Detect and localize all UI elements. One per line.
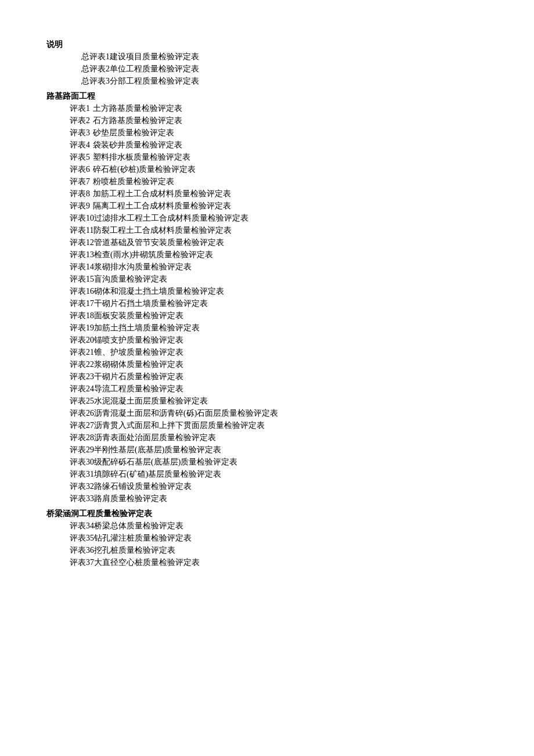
toc-label: 评表15 <box>46 274 94 285</box>
toc-item: 评表27沥青贯入式面层和上拌下贯面层质量检验评定表 <box>46 420 488 431</box>
toc-label: 评表18 <box>46 311 94 321</box>
toc-title: 砂垫层质量检验评定表 <box>93 128 488 138</box>
toc-label: 评表14 <box>46 262 94 272</box>
toc-item: 评表3砂垫层质量检验评定表 <box>46 128 488 138</box>
toc-title: 沥青表面处治面层质量检验评定表 <box>94 433 488 443</box>
toc-item: 评表29半刚性基层(底基层)质量检验评定表 <box>46 445 488 455</box>
toc-title: 导流工程质量检验评定表 <box>94 384 488 394</box>
toc-item: 评表32路缘石铺设质量检验评定表 <box>46 481 488 492</box>
toc-item: 评表31填隙碎石(矿碴)基层质量检验评定表 <box>46 469 488 480</box>
toc-item: 评表36挖孔桩质量检验评定表 <box>46 545 488 556</box>
toc-title: 管道基础及管节安装质量检验评定表 <box>94 237 488 248</box>
toc-title: 挖孔桩质量检验评定表 <box>94 545 488 556</box>
toc-title: 半刚性基层(底基层)质量检验评定表 <box>94 445 488 455</box>
toc-title: 级配碎砾石基层(底基层)质量检验评定表 <box>94 457 488 467</box>
toc-item: 评表11防裂工程土工合成材料质量检验评定表 <box>46 225 488 236</box>
toc-item: 评表23干砌片石质量检验评定表 <box>46 372 488 382</box>
toc-label: 评表27 <box>46 420 94 431</box>
toc-title: 路缘石铺设质量检验评定表 <box>94 481 488 492</box>
toc-item: 评表28沥青表面处治面层质量检验评定表 <box>46 433 488 443</box>
toc-label: 评表30 <box>46 457 94 467</box>
toc-item: 评表24导流工程质量检验评定表 <box>46 384 488 394</box>
toc-title: 面板安装质量检验评定表 <box>94 311 488 321</box>
toc-title: 干砌片石质量检验评定表 <box>94 372 488 382</box>
toc-title: 钻孔灌注桩质量检验评定表 <box>94 533 488 543</box>
toc-item: 评表21锥、护坡质量检验评定表 <box>46 347 488 358</box>
toc-label: 评表35 <box>46 533 94 543</box>
toc-label: 评表25 <box>46 396 94 406</box>
toc-title: 锥、护坡质量检验评定表 <box>94 347 488 358</box>
toc-label: 评表31 <box>46 469 94 480</box>
document-container: 说明总评表1建设项目质量检验评定表总评表2单位工程质量检验评定表总评表3分部工程… <box>46 39 488 568</box>
toc-label: 评表12 <box>46 237 94 248</box>
toc-title: 粉喷桩质量检验评定表 <box>93 177 488 187</box>
toc-title: 浆砌砌体质量检验评定表 <box>94 359 488 370</box>
toc-label: 评表7 <box>46 177 93 187</box>
toc-label: 评表33 <box>46 494 94 504</box>
toc-label: 总评表2 <box>46 64 110 74</box>
toc-item: 评表6碎石桩(砂桩)质量检验评定表 <box>46 164 488 175</box>
toc-item: 评表26沥青混凝土面层和沥青碎(砾)石面层质量检验评定表 <box>46 408 488 419</box>
toc-label: 评表37 <box>46 557 94 568</box>
toc-title: 填隙碎石(矿碴)基层质量检验评定表 <box>94 469 488 480</box>
toc-title: 碎石桩(砂桩)质量检验评定表 <box>93 164 488 175</box>
toc-label: 评表4 <box>46 140 93 150</box>
toc-label: 评表22 <box>46 359 94 370</box>
section-header: 路基路面工程 <box>46 91 488 102</box>
toc-item: 评表7粉喷桩质量检验评定表 <box>46 177 488 187</box>
toc-label: 评表28 <box>46 433 94 443</box>
toc-title: 大直径空心桩质量检验评定表 <box>94 557 488 568</box>
section-header: 桥梁涵洞工程质量检验评定表 <box>46 509 488 519</box>
toc-item: 评表30级配碎砾石基层(底基层)质量检验评定表 <box>46 457 488 467</box>
toc-item: 评表22浆砌砌体质量检验评定表 <box>46 359 488 370</box>
toc-title: 锚喷支护质量检验评定表 <box>94 335 488 345</box>
toc-item: 评表35钻孔灌注桩质量检验评定表 <box>46 533 488 543</box>
toc-label: 评表29 <box>46 445 94 455</box>
toc-item: 评表20锚喷支护质量检验评定表 <box>46 335 488 345</box>
toc-label: 评表20 <box>46 335 94 345</box>
toc-item: 总评表1建设项目质量检验评定表 <box>46 52 488 62</box>
toc-label: 评表21 <box>46 347 94 358</box>
toc-title: 加筋土挡土墙质量检验评定表 <box>94 323 488 333</box>
toc-label: 评表26 <box>46 408 94 419</box>
toc-title: 分部工程质量检验评定表 <box>110 76 488 87</box>
toc-title: 土方路基质量检验评定表 <box>93 103 488 114</box>
toc-label: 评表5 <box>46 152 93 163</box>
toc-title: 石方路基质量检验评定表 <box>93 116 488 126</box>
toc-label: 评表9 <box>46 201 93 211</box>
toc-title: 单位工程质量检验评定表 <box>110 64 488 74</box>
toc-title: 桥梁总体质量检验评定表 <box>94 521 488 531</box>
toc-item: 评表2石方路基质量检验评定表 <box>46 116 488 126</box>
toc-label: 评表3 <box>46 128 93 138</box>
toc-item: 总评表2单位工程质量检验评定表 <box>46 64 488 74</box>
toc-title: 浆砌排水沟质量检验评定表 <box>94 262 488 272</box>
toc-item: 评表14浆砌排水沟质量检验评定表 <box>46 262 488 272</box>
toc-item: 评表34桥梁总体质量检验评定表 <box>46 521 488 531</box>
toc-item: 评表9隔离工程土工合成材料质量检验评定表 <box>46 201 488 211</box>
toc-title: 过滤排水工程土工合成材料质量检验评定表 <box>94 213 488 224</box>
toc-label: 评表1 <box>46 103 93 114</box>
toc-item: 评表4袋装砂井质量检验评定表 <box>46 140 488 150</box>
toc-title: 隔离工程土工合成材料质量检验评定表 <box>93 201 488 211</box>
toc-label: 评表2 <box>46 116 93 126</box>
toc-item: 评表16砌体和混凝土挡土墙质量检验评定表 <box>46 286 488 297</box>
toc-item: 评表18面板安装质量检验评定表 <box>46 311 488 321</box>
toc-title: 沥青贯入式面层和上拌下贯面层质量检验评定表 <box>94 420 488 431</box>
toc-item: 评表17干砌片石挡土墙质量检验评定表 <box>46 298 488 309</box>
toc-title: 加筋工程土工合成材料质量检验评定表 <box>93 189 488 199</box>
toc-item: 评表12管道基础及管节安装质量检验评定表 <box>46 237 488 248</box>
toc-item: 评表10过滤排水工程土工合成材料质量检验评定表 <box>46 213 488 224</box>
toc-item: 评表8加筋工程土工合成材料质量检验评定表 <box>46 189 488 199</box>
toc-title: 塑料排水板质量检验评定表 <box>93 152 488 163</box>
toc-label: 评表11 <box>46 225 93 236</box>
toc-item: 评表1土方路基质量检验评定表 <box>46 103 488 114</box>
toc-title: 袋装砂井质量检验评定表 <box>93 140 488 150</box>
toc-title: 防裂工程土工合成材料质量检验评定表 <box>93 225 488 236</box>
toc-item: 评表37大直径空心桩质量检验评定表 <box>46 557 488 568</box>
toc-label: 总评表3 <box>46 76 110 87</box>
toc-label: 评表36 <box>46 545 94 556</box>
toc-label: 评表32 <box>46 481 94 492</box>
toc-item: 评表33路肩质量检验评定表 <box>46 494 488 504</box>
toc-item: 总评表3分部工程质量检验评定表 <box>46 76 488 87</box>
toc-label: 评表24 <box>46 384 94 394</box>
